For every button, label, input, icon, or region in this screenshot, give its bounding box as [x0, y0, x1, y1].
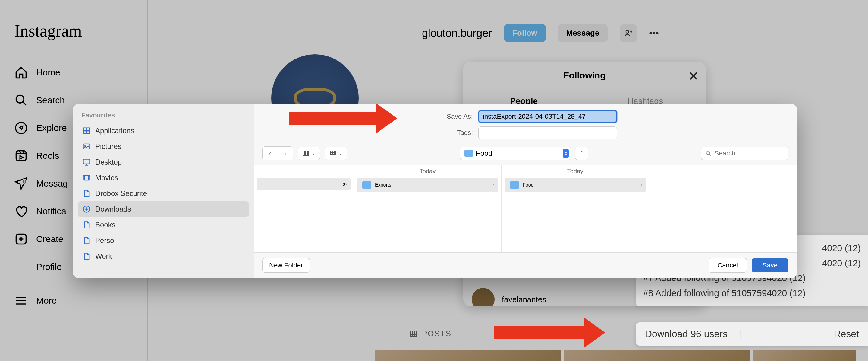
svg-rect-16 — [305, 151, 307, 156]
save-as-input[interactable] — [478, 110, 617, 123]
desktop-icon — [82, 158, 91, 167]
file-icon — [82, 236, 91, 245]
save-as-label: Save As: — [434, 113, 473, 120]
location-dropdown[interactable]: Food ▴▾ — [460, 147, 571, 160]
svg-rect-23 — [335, 153, 336, 155]
favourites-label: Favourites — [78, 109, 249, 123]
svg-rect-18 — [330, 151, 332, 152]
sidebar-books[interactable]: Books — [78, 217, 249, 233]
svg-rect-9 — [87, 131, 89, 133]
svg-point-24 — [706, 151, 710, 155]
extension-action-bar: Download 96 users | Reset — [636, 322, 868, 345]
svg-rect-19 — [333, 151, 334, 152]
svg-rect-15 — [303, 151, 305, 156]
sidebar-pictures[interactable]: Pictures — [78, 139, 249, 154]
annotation-arrow — [289, 112, 398, 125]
file-icon — [82, 189, 91, 198]
folder-icon — [464, 150, 473, 157]
svg-rect-7 — [87, 128, 89, 130]
movies-icon — [82, 173, 91, 182]
reset-button[interactable]: Reset — [834, 328, 859, 339]
save-button[interactable]: Save — [752, 258, 788, 272]
folder-icon — [362, 182, 371, 189]
applications-icon — [82, 126, 91, 135]
save-dialog: Favourites Applications Pictures Desktop… — [73, 104, 797, 278]
svg-rect-22 — [333, 153, 334, 155]
svg-rect-12 — [84, 159, 90, 164]
search-icon — [706, 150, 712, 157]
log-line: #8 Added following of 51057594020 (12) — [643, 285, 861, 301]
file-icon — [82, 252, 91, 261]
annotation-arrow — [494, 326, 609, 339]
download-users-button[interactable]: Download 96 users — [645, 328, 727, 339]
svg-rect-21 — [330, 153, 332, 155]
svg-rect-17 — [307, 151, 309, 156]
finder-columns: s› Today Exports› Today Food› — [254, 165, 797, 252]
new-folder-button[interactable]: New Folder — [262, 258, 310, 273]
sidebar-movies[interactable]: Movies — [78, 170, 249, 186]
sidebar-dropbox[interactable]: Drobox Securite — [78, 186, 249, 201]
back-button[interactable]: ‹ — [262, 147, 278, 160]
finder-column — [649, 165, 797, 252]
finder-column: s› — [254, 165, 354, 252]
sidebar-downloads[interactable]: Downloads — [78, 201, 249, 217]
folder-row[interactable]: s› — [257, 178, 350, 191]
save-dialog-main: Save As: Tags: ‹ › ⌄ ⌄ Food ▴▾ ⌃ — [254, 104, 797, 278]
folder-row[interactable]: Food› — [504, 178, 646, 192]
chevron-updown-icon: ▴▾ — [563, 149, 569, 158]
forward-button[interactable]: › — [278, 147, 293, 160]
save-dialog-sidebar: Favourites Applications Pictures Desktop… — [73, 104, 254, 278]
svg-rect-6 — [84, 128, 86, 130]
svg-rect-13 — [84, 175, 90, 180]
svg-rect-20 — [335, 151, 336, 152]
file-icon — [82, 220, 91, 229]
group-button[interactable]: ⌄ — [325, 147, 347, 160]
sidebar-perso[interactable]: Perso — [78, 233, 249, 248]
chevron-right-icon: › — [641, 182, 642, 188]
sidebar-applications[interactable]: Applications — [78, 123, 249, 139]
chevron-right-icon: › — [345, 182, 347, 187]
save-dialog-footer: New Folder Cancel Save — [254, 252, 797, 278]
search-field[interactable] — [701, 147, 788, 160]
folder-row[interactable]: Exports› — [357, 178, 498, 192]
up-folder-button[interactable]: ⌃ — [575, 147, 588, 160]
tags-input[interactable] — [478, 127, 617, 139]
save-dialog-toolbar: ‹ › ⌄ ⌄ Food ▴▾ ⌃ — [254, 142, 797, 165]
sidebar-work[interactable]: Work — [78, 248, 249, 264]
view-mode-button[interactable]: ⌄ — [298, 147, 320, 160]
tags-label: Tags: — [434, 129, 473, 137]
chevron-right-icon: › — [493, 182, 495, 188]
finder-column: Today Food› — [501, 165, 649, 252]
sidebar-desktop[interactable]: Desktop — [78, 154, 249, 170]
cancel-button[interactable]: Cancel — [709, 258, 747, 273]
pictures-icon — [82, 142, 91, 151]
downloads-icon — [82, 205, 91, 214]
folder-icon — [510, 182, 519, 189]
finder-column: Today Exports› — [354, 165, 501, 252]
svg-rect-8 — [84, 131, 86, 133]
